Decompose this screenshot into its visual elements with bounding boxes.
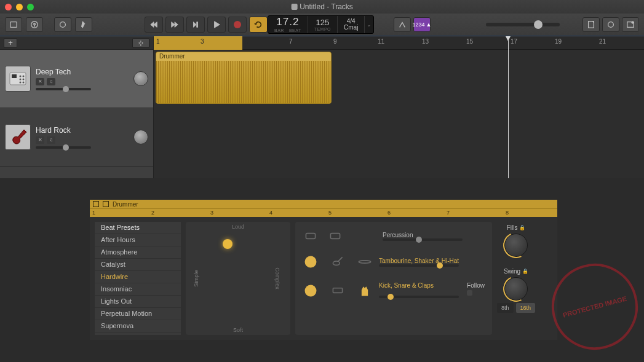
swing-option[interactable]: 8th [497,303,514,313]
media-button[interactable] [622,17,639,32]
tambourine-icon[interactable] [303,254,319,270]
expand-icon[interactable] [103,201,109,207]
monitor-button[interactable]: ♫ [47,136,55,144]
swing-option[interactable]: 16th [516,303,536,313]
xy-label-soft: Soft [233,327,243,333]
kick-slider[interactable] [379,296,459,298]
pan-knob[interactable] [133,71,148,86]
track-header-1[interactable]: Hard Rock ✕ ♫ [0,108,153,167]
stop-button[interactable] [186,17,205,33]
minimize-window[interactable] [16,4,23,10]
svg-rect-16 [306,234,315,239]
perc-icon-2[interactable] [327,228,343,244]
lcd-display[interactable]: 17.2 BARBEAT 125 TEMPO 4/4 Cmaj ⌄ [268,15,374,34]
follow-checkbox[interactable] [467,290,472,296]
forward-button[interactable] [165,17,184,33]
xy-pad[interactable]: Loud Soft Simple Complex [186,222,290,335]
smart-controls-button[interactable] [54,17,71,32]
svg-rect-17 [330,234,340,239]
ruler-tick: 17 [511,38,517,45]
drummer-ruler[interactable]: 12345678 [90,208,557,217]
track-volume-slider[interactable] [36,88,91,90]
drummer-editor: Drummer 12345678 Beat PresetsAfter Hours… [90,200,557,340]
count-in-button[interactable]: 1234▲ [413,17,431,32]
region-drummer[interactable]: Drummer [156,52,332,104]
preset-item[interactable]: Atmosphere [95,246,181,259]
hihat-icon[interactable] [357,254,373,270]
library-button[interactable] [5,17,22,32]
shaker-icon[interactable] [330,254,346,270]
lcd-tempo[interactable]: 125 TEMPO [308,16,338,33]
track-name: Deep Tech [36,68,129,76]
preset-item[interactable]: Supernova [95,320,181,332]
preset-item[interactable]: Perpetual Motion [95,308,181,320]
pan-knob[interactable] [133,130,148,144]
preset-item[interactable]: After Hours [95,234,181,246]
tamb-slider[interactable] [379,264,459,267]
zoom-window[interactable] [27,4,34,10]
svg-point-5 [608,22,614,27]
xy-label-simple: Simple [193,270,199,287]
lcd-key[interactable]: 4/4 Cmaj [338,16,365,33]
mute-button[interactable]: ✕ [36,136,44,144]
cycle-button[interactable] [249,17,268,33]
xy-label-loud: Loud [232,224,244,230]
record-button[interactable] [228,17,247,33]
playhead[interactable] [508,36,509,178]
preset-item[interactable]: Hardwire [95,271,181,283]
preset-item[interactable]: Catalyst [95,259,181,271]
snare-icon[interactable] [330,282,346,298]
document-icon [291,4,297,10]
play-button[interactable] [207,17,226,33]
svg-point-14 [20,82,22,84]
kick-icon[interactable] [303,282,319,298]
loops-button[interactable] [602,17,619,32]
close-window[interactable] [5,4,12,10]
lock-icon[interactable]: 🔒 [519,225,525,230]
editors-button[interactable] [75,17,92,32]
svg-rect-4 [589,21,594,28]
svg-point-10 [20,76,22,77]
timeline-ruler[interactable]: 13579111315171921 [154,36,644,50]
master-volume-slider[interactable] [486,23,560,26]
mute-button[interactable]: ✕ [36,78,44,85]
svg-point-7 [632,21,634,23]
preset-item[interactable]: Insomniac [95,283,181,296]
xy-dot[interactable] [223,239,233,249]
fills-knob[interactable] [504,234,528,257]
lcd-position[interactable]: 17.2 BARBEAT [268,16,308,33]
workspace: + ›¦‹ Deep Tech ✕ ♫ Hard Rock ✕ ♫ [0,36,644,178]
perc-icon-1[interactable] [303,228,319,244]
preset-item[interactable]: Lights Out [95,296,181,308]
arrange-area[interactable]: 13579111315171921 Drummer [154,36,644,178]
track-header-menu[interactable]: ›¦‹ [132,38,149,48]
swing-knob[interactable] [504,277,528,301]
monitor-button[interactable]: ♫ [47,78,55,85]
kit-panel: Percussion Tambourine, Shaker & Hi-Hat [295,222,492,335]
claps-icon[interactable] [357,282,373,298]
track-volume-slider[interactable] [36,146,91,149]
notepad-button[interactable] [582,17,600,32]
power-icon[interactable] [93,201,99,207]
percussion-slider[interactable] [383,238,463,241]
lcd-mode-menu[interactable]: ⌄ [365,16,373,33]
traffic-lights [0,4,34,10]
lock-icon[interactable]: 🔒 [522,269,528,274]
watermark-stamp: PROTECTED IMAGE [542,254,644,359]
swing-division: 8th16th [497,303,535,313]
ruler-tick: 21 [599,38,606,45]
rewind-button[interactable] [145,17,163,33]
timesig-value: 4/4 [347,18,356,25]
track-header-0[interactable]: Deep Tech ✕ ♫ [0,50,153,108]
slider-thumb[interactable] [534,20,543,29]
tuner-button[interactable] [394,17,411,32]
quick-help-button[interactable]: ? [26,17,43,32]
svg-point-18 [305,256,316,267]
follow-label: Follow [467,282,485,289]
document-title-text: Untitled - Tracks [300,2,353,11]
add-track-button[interactable]: + [4,38,17,48]
position-value: 17.2 [276,16,299,28]
cycle-range[interactable] [154,36,242,50]
svg-rect-9 [12,74,17,78]
svg-text:?: ? [33,22,36,26]
